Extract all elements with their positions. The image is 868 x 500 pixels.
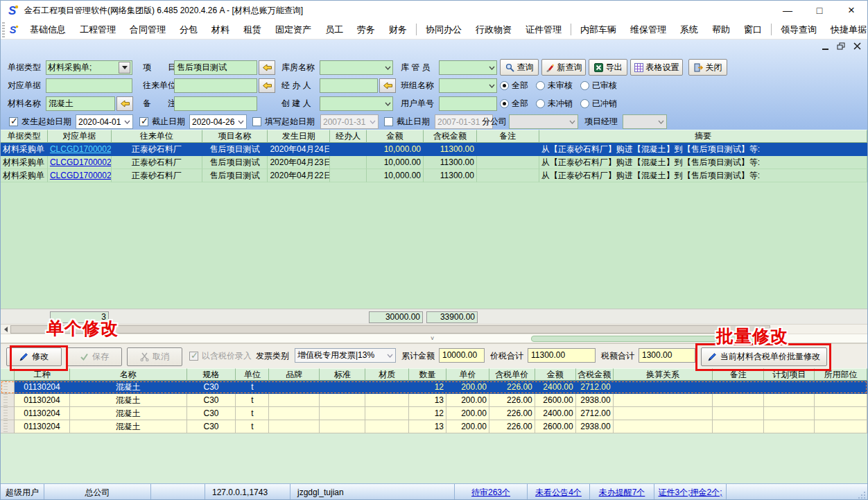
detail-table-row[interactable]: 01130204混凝土C30t13200.00226.002600.002938…	[1, 394, 867, 407]
material-input[interactable]: 混凝土	[46, 96, 115, 111]
doc-type-select[interactable]: 材料采购单;	[46, 60, 132, 75]
detail-table-row[interactable]: 01130204混凝土C30t12200.00226.002400.002712…	[1, 407, 867, 420]
menu-item-1[interactable]: 工程管理	[73, 20, 123, 39]
column-header-vendor[interactable]: 往来单位	[112, 130, 202, 143]
start-date-select[interactable]: 2020-04-01	[76, 114, 133, 129]
main-table-row[interactable]: 材料采购单CLCGD170000214正泰砂石料厂售后项目测试2020年04月2…	[1, 156, 867, 169]
column-header-amount[interactable]: 金额	[535, 368, 576, 381]
end-date-checkbox[interactable]	[139, 114, 148, 129]
column-header-spec[interactable]: 规格	[187, 368, 236, 381]
menu-item-8[interactable]: 劳务	[350, 20, 382, 39]
user-no-input[interactable]	[439, 96, 497, 111]
column-header-project[interactable]: 项目名称	[202, 130, 268, 143]
project-input[interactable]: 售后项目测试	[174, 60, 257, 75]
chevron-down-icon[interactable]	[119, 62, 130, 74]
column-header-name[interactable]: 名称	[70, 368, 187, 381]
agent-input[interactable]	[320, 78, 378, 93]
radio-audit-audited[interactable]: 已审核	[580, 80, 617, 92]
close-form-button[interactable]: 关闭	[688, 59, 727, 76]
grid-settings-button[interactable]: 表格设置	[630, 59, 683, 76]
splitter-collapse-icon[interactable]: ˅	[431, 335, 434, 343]
pending-audit-link[interactable]: 待审263个	[471, 487, 510, 499]
invoice-type-select[interactable]: 增值税专用发票|13%	[295, 348, 396, 363]
chevron-down-icon[interactable]	[489, 84, 495, 88]
team-select[interactable]	[439, 78, 497, 93]
start-date-checkbox[interactable]	[9, 114, 18, 129]
column-header-material[interactable]: 材质	[365, 368, 409, 381]
menu-item-18[interactable]: 领导查询	[774, 20, 824, 39]
maximize-icon[interactable]: □	[804, 1, 835, 20]
chevron-down-icon[interactable]	[385, 102, 391, 106]
mdi-close-icon[interactable]	[851, 41, 863, 51]
new-query-button[interactable]: 新查询	[541, 59, 586, 76]
column-header-unit[interactable]: 单位	[236, 368, 269, 381]
doc-ref-input[interactable]	[46, 78, 132, 93]
menu-item-2[interactable]: 合同管理	[123, 20, 173, 39]
scroll-left-icon[interactable]	[1, 325, 10, 334]
menu-item-7[interactable]: 员工	[318, 20, 350, 39]
column-header-doc-no[interactable]: 对应单据	[48, 130, 112, 143]
column-header-date[interactable]: 发生日期	[268, 130, 330, 143]
chevron-down-icon[interactable]	[238, 120, 244, 124]
column-header-amount[interactable]: 金额	[367, 130, 424, 143]
note-input[interactable]	[174, 96, 257, 111]
creator-select[interactable]	[320, 96, 393, 111]
material-picker-button[interactable]	[116, 96, 133, 111]
agent-picker-button[interactable]	[379, 78, 396, 93]
certificates-link[interactable]: 证件3个;押金2个;	[658, 487, 722, 499]
menu-item-4[interactable]: 材料	[205, 20, 236, 39]
column-header-doc-type[interactable]: 单据类型	[1, 130, 48, 143]
menu-item-0[interactable]: 基础信息	[23, 20, 73, 39]
radio-writeoff-done[interactable]: 已冲销	[580, 98, 617, 110]
radio-audit-unaudited[interactable]: 未审核	[536, 80, 573, 92]
column-header-qty[interactable]: 数量	[409, 368, 446, 381]
column-header-tax-amount[interactable]: 含税金额	[424, 130, 477, 143]
todo-reminders-link[interactable]: 未办提醒7个	[599, 487, 645, 499]
main-table-row[interactable]: 材料采购单CLCGD170000213正泰砂石料厂售后项目测试2020年04月2…	[1, 143, 867, 156]
vendor-picker-button[interactable]	[259, 78, 275, 93]
menu-item-6[interactable]: 固定资产	[268, 20, 318, 39]
menu-item-3[interactable]: 分包	[173, 20, 205, 39]
menu-item-12[interactable]: 证件管理	[519, 20, 568, 39]
main-table-row[interactable]: 材料采购单CLCGD170000215正泰砂石料厂售后项目测试2020年04月2…	[1, 169, 867, 182]
chevron-down-icon[interactable]	[387, 354, 393, 358]
column-header-standard[interactable]: 标准	[320, 368, 365, 381]
menu-item-15[interactable]: 系统	[673, 20, 705, 39]
export-button[interactable]: 导出	[589, 59, 627, 76]
close-icon[interactable]: ×	[835, 1, 867, 20]
menu-item-16[interactable]: 帮助	[705, 20, 737, 39]
column-header-price[interactable]: 单价	[446, 368, 489, 381]
detail-table-row[interactable]: 01130204混凝土C30t13200.00226.002600.002938…	[1, 420, 867, 433]
mdi-restore-icon[interactable]	[835, 41, 847, 51]
mdi-minimize-icon[interactable]	[819, 41, 831, 51]
doc-number-link[interactable]: CLCGD170000215	[50, 171, 112, 180]
chevron-down-icon[interactable]	[124, 120, 130, 124]
menu-item-14[interactable]: 维保管理	[623, 20, 673, 39]
end-date-select[interactable]: 2020-04-26	[189, 114, 247, 129]
doc-number-link[interactable]: CLCGD170000214	[50, 157, 112, 167]
detail-table-row[interactable]: 01130204混凝土C30t12200.00226.002400.002712…	[1, 381, 867, 394]
fill-end-date-checkbox[interactable]	[384, 114, 393, 129]
radio-writeoff-not[interactable]: 未冲销	[536, 98, 573, 110]
menu-item-13[interactable]: 内部车辆	[573, 20, 623, 39]
project-picker-button[interactable]	[259, 60, 275, 75]
chevron-down-icon[interactable]	[385, 66, 391, 70]
menu-item-11[interactable]: 行政物资	[469, 20, 519, 39]
menu-item-17[interactable]: 窗口	[737, 20, 769, 39]
fill-start-date-checkbox[interactable]	[252, 114, 261, 129]
keeper-select[interactable]	[439, 60, 497, 75]
column-header-tax-amount[interactable]: 含税金额	[576, 368, 614, 381]
menu-item-5[interactable]: 租赁	[236, 20, 268, 39]
resize-grip-icon[interactable]	[858, 491, 866, 499]
minimize-icon[interactable]: —	[772, 1, 804, 20]
scrollbar-thumb[interactable]	[10, 325, 770, 334]
vendor-input[interactable]	[174, 78, 257, 93]
column-header-summary[interactable]: 摘要	[539, 130, 867, 143]
menu-item-19[interactable]: 快捷单据	[824, 20, 868, 39]
warehouse-select[interactable]	[320, 60, 393, 75]
menu-item-10[interactable]: 协同办公	[419, 20, 469, 39]
column-header-brand[interactable]: 品牌	[269, 368, 320, 381]
radio-writeoff-all[interactable]: 全部	[500, 98, 528, 110]
chevron-down-icon[interactable]	[489, 66, 495, 70]
menu-item-9[interactable]: 财务	[382, 20, 414, 39]
